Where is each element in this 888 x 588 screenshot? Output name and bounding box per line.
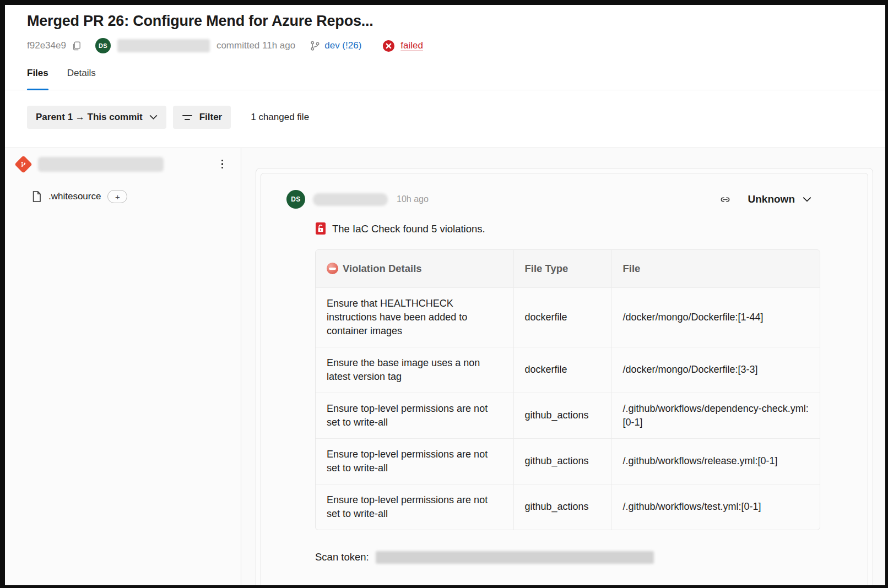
column-header-file-type: File Type	[513, 250, 611, 287]
iac-check-message: The IaC Check found 5 violations.	[332, 223, 485, 235]
commit-page: Merged PR 26: Configure Mend for Azure R…	[0, 0, 888, 588]
avatar: DS	[95, 38, 111, 53]
repo-name-redacted	[38, 157, 164, 172]
build-status: failed	[382, 40, 423, 52]
diff-selector-button[interactable]: Parent 1 → This commit	[27, 106, 166, 129]
git-branch-icon	[310, 40, 321, 51]
repo-tree-root[interactable]	[14, 155, 232, 173]
kebab-menu-icon[interactable]	[221, 160, 224, 169]
table-cell: /docker/mongo/Dockerfile:[3-3]	[611, 347, 820, 393]
table-row: Ensure that HEALTHCHECK instructions hav…	[316, 287, 820, 347]
toolbar: Parent 1 → This commit Filter 1 changed …	[5, 90, 885, 148]
copy-comment-link-button[interactable]	[719, 193, 732, 206]
table-cell: /.github/workflows/test.yml:[0-1]	[611, 484, 820, 530]
comment-card: DS 10h ago	[261, 173, 868, 588]
violations-table: Violation Details File Type File Ensure …	[315, 249, 820, 530]
commit-meta-row: f92e34e9 DS committed 11h ago	[27, 38, 863, 53]
comment-author-redacted	[313, 193, 388, 206]
column-header-file: File	[611, 250, 820, 287]
file-tree-item-whitesource[interactable]: .whitesource +	[31, 190, 232, 203]
page-header: Merged PR 26: Configure Mend for Azure R…	[5, 5, 885, 53]
tab-bar: Files Details	[5, 53, 885, 90]
filter-button-label: Filter	[199, 112, 223, 123]
table-cell: Ensure top-level permissions are not set…	[316, 438, 513, 484]
table-row: Ensure top-level permissions are not set…	[316, 393, 820, 438]
table-cell: /.github/workflows/release.yml:[0-1]	[611, 438, 820, 484]
branch-group: dev (!26)	[310, 40, 361, 51]
git-repo-diamond-icon	[14, 155, 33, 173]
comment-message-row: The IaC Check found 5 violations.	[315, 222, 846, 235]
table-header-row: Violation Details File Type File	[316, 250, 820, 287]
table-cell: Ensure the base image uses a non latest …	[316, 347, 513, 393]
added-file-badge: +	[107, 190, 127, 203]
violations-table-body: Ensure that HEALTHCHECK instructions hav…	[316, 287, 820, 530]
main-panel: DS 10h ago	[241, 148, 885, 585]
scan-token-redacted	[376, 551, 654, 564]
branch-link[interactable]: dev (!26)	[324, 40, 361, 51]
no-entry-icon	[327, 263, 338, 274]
table-row: Ensure top-level permissions are not set…	[316, 438, 820, 484]
scan-token-label: Scan token:	[315, 551, 369, 563]
diff-selector-label: Parent 1 → This commit	[36, 112, 143, 123]
copy-hash-button[interactable]	[72, 41, 81, 51]
table-cell: Ensure top-level permissions are not set…	[316, 393, 513, 438]
page-title: Merged PR 26: Configure Mend for Azure R…	[27, 12, 863, 30]
author-name-redacted	[117, 39, 210, 52]
table-cell: /docker/mongo/Dockerfile:[1-44]	[611, 287, 820, 347]
content-area: .whitesource + DS 10h ago	[5, 148, 885, 585]
tab-files[interactable]: Files	[27, 68, 48, 90]
file-name: .whitesource	[48, 191, 101, 202]
avatar: DS	[286, 190, 305, 209]
comment-status-dropdown[interactable]: Unknown	[748, 193, 812, 205]
tab-details[interactable]: Details	[67, 68, 96, 90]
filter-button[interactable]: Filter	[173, 106, 231, 129]
table-cell: github_actions	[513, 393, 611, 438]
comment-header: DS 10h ago	[286, 190, 846, 209]
unlocked-padlock-icon	[315, 222, 326, 235]
table-cell: dockerfile	[513, 287, 611, 347]
copy-icon	[72, 41, 81, 51]
chevron-down-icon	[149, 115, 158, 120]
link-icon	[719, 193, 732, 206]
comment-thread-container: DS 10h ago	[256, 168, 873, 588]
scan-token-row: Scan token:	[315, 551, 846, 564]
comment-status-value: Unknown	[748, 193, 795, 205]
chevron-down-icon	[803, 197, 811, 203]
table-row: Ensure the base image uses a non latest …	[316, 347, 820, 393]
failed-x-circle-icon	[382, 40, 395, 52]
table-cell: Ensure that HEALTHCHECK instructions hav…	[316, 287, 513, 347]
file-tree-sidebar: .whitesource +	[5, 148, 241, 585]
committed-time: committed 11h ago	[216, 40, 295, 51]
table-cell: dockerfile	[513, 347, 611, 393]
table-cell: Ensure top-level permissions are not set…	[316, 484, 513, 530]
table-cell: github_actions	[513, 438, 611, 484]
failed-status-link[interactable]: failed	[400, 40, 423, 51]
table-cell: github_actions	[513, 484, 611, 530]
filter-lines-icon	[182, 115, 193, 120]
comment-timestamp: 10h ago	[397, 194, 429, 204]
commit-hash: f92e34e9	[27, 40, 66, 51]
changed-files-count: 1 changed file	[251, 112, 309, 123]
table-row: Ensure top-level permissions are not set…	[316, 484, 820, 530]
column-header-violation-details: Violation Details	[343, 263, 422, 275]
file-icon	[31, 190, 42, 203]
table-cell: /.github/workflows/dependency-check.yml:…	[611, 393, 820, 438]
